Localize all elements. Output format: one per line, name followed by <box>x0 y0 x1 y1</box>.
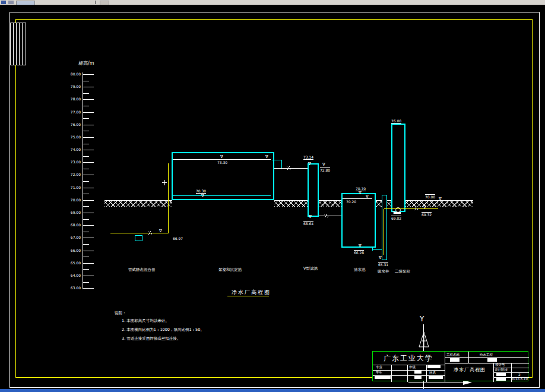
toolbar-separator <box>95 1 96 4</box>
pipe-break-icon <box>324 214 328 217</box>
window-border-bottom <box>0 389 545 392</box>
tower-top-elevation-label: 76.00 <box>391 119 401 124</box>
suction-pipe[interactable] <box>384 209 384 255</box>
v-filter-tank[interactable] <box>308 163 319 217</box>
title-block-line <box>468 352 469 363</box>
title-block-line <box>426 365 427 382</box>
redacted-value <box>496 378 506 381</box>
water-surface-line <box>173 159 271 160</box>
axis-minor-tick <box>83 169 89 169</box>
redacted-value <box>414 376 422 379</box>
pipe-fitting <box>164 180 165 185</box>
pipe-break-icon <box>414 207 418 210</box>
axis-major-tick <box>83 200 94 201</box>
axis-minor-tick <box>83 194 89 194</box>
axis-major-tick <box>83 238 94 238</box>
channel-water-line <box>274 168 308 169</box>
axis-major-tick <box>83 74 94 75</box>
water-level-icon: ∇ <box>322 163 325 167</box>
pipe-break-icon <box>287 166 291 170</box>
redacted-value <box>414 371 422 374</box>
toolbar-icon[interactable] <box>8 1 14 4</box>
axis-major-tick <box>83 188 94 188</box>
axis-tick-label: 80.00 <box>64 72 81 76</box>
level-triangle-icon: ∇ <box>379 256 382 260</box>
project-name-label: 工程名称 <box>446 353 460 357</box>
field-name-label: 姓名 <box>429 371 436 375</box>
axis-tick-label: 63.00 <box>64 286 81 290</box>
pipe-break-icon <box>148 231 152 235</box>
unit-label-mixer: 管式静态混合器 <box>128 268 156 272</box>
axis-tick-label: 65.00 <box>64 261 81 265</box>
water-level-icon: ∇ <box>265 155 268 159</box>
pump-station-tower[interactable] <box>391 124 405 212</box>
filter-bottom-elevation-label: 68.64 <box>303 221 313 226</box>
title-block-line <box>445 363 529 363</box>
axis-tick-label: 70.00 <box>64 198 81 202</box>
toolbar-icon[interactable] <box>1 1 6 4</box>
axis-major-tick <box>83 87 94 87</box>
axis-tick-label: 72.00 <box>64 173 81 176</box>
notes-heading: 说明： <box>115 311 126 315</box>
title-block-line <box>445 352 445 382</box>
discharge-pipe[interactable] <box>384 208 438 209</box>
axis-tick-label: 68.00 <box>64 223 81 227</box>
axis-minor-tick <box>83 81 89 81</box>
field-class-label: 班级 <box>409 366 416 369</box>
ground-hatch <box>104 200 172 207</box>
ground-hatch <box>274 200 308 207</box>
channel-elevation-label: 72.80 <box>320 167 330 172</box>
axis-major-tick <box>83 213 94 213</box>
axis-minor-tick <box>83 118 89 119</box>
axis-tick-label: 73.00 <box>64 160 81 164</box>
axis-minor-tick <box>83 181 89 182</box>
water-level-icon: ∇ <box>439 197 442 201</box>
title-block: 广东工业大学 工程名称 给水工程 专业 班级 学生 姓名 净水厂高程图 设计号 … <box>372 351 528 381</box>
cad-application-window: 标高/m 80.0079.0078.0077.0076.0075.0074.00… <box>0 0 545 392</box>
suction-well[interactable] <box>382 195 387 260</box>
water-elevation-label: 73.30 <box>217 160 227 165</box>
axis-minor-tick <box>83 156 89 157</box>
axis-major-tick <box>83 99 94 100</box>
date-value: 2018.6.19 <box>511 378 528 381</box>
axis-tick-label: 77.00 <box>64 110 81 114</box>
water-level-icon: ∇ <box>220 155 223 159</box>
ground-hatch <box>319 200 341 207</box>
axis-minor-tick <box>83 106 89 106</box>
axis-tick-label: 75.00 <box>64 135 81 139</box>
level-triangle-icon: ∇ <box>423 206 426 210</box>
title-block-line <box>407 365 408 382</box>
ucs-y-label: Y <box>420 315 424 323</box>
axis-minor-tick <box>83 282 89 283</box>
field-student-label: 学生 <box>376 371 382 375</box>
tank-step <box>372 249 382 250</box>
raw-water-riser-pipe[interactable] <box>168 163 169 233</box>
pipe-elevation-label: 69.32 <box>422 212 432 217</box>
static-mixer-symbol[interactable] <box>135 235 142 241</box>
design-stage-label: 设计阶段 <box>495 368 508 372</box>
redacted-value <box>427 365 441 368</box>
tank-bottom-elevation-label: 66.28 <box>354 250 364 255</box>
cad-canvas[interactable]: 标高/m 80.0079.0078.0077.0076.0075.0074.00… <box>0 5 545 389</box>
axis-major-tick <box>83 137 94 138</box>
redacted-value <box>496 373 506 376</box>
drawing-title: 净水厂高程图 <box>454 368 486 372</box>
field-major-label: 专业 <box>376 366 382 369</box>
redacted-value <box>450 358 460 362</box>
pipe-elevation-label: 66.97 <box>173 236 183 241</box>
axis-minor-tick <box>83 232 89 232</box>
water-level-icon: ∇ <box>366 195 369 199</box>
axis-major-tick <box>83 276 94 276</box>
axis-minor-tick <box>83 269 89 270</box>
university-name: 广东工业大学 <box>384 355 433 362</box>
axis-minor-tick <box>83 206 89 207</box>
axis-major-tick <box>83 150 94 150</box>
well-bottom-elevation-label: 65.31 <box>378 262 388 267</box>
level-triangle-icon: ∇ <box>359 244 362 248</box>
axis-minor-tick <box>83 93 89 94</box>
axis-tick-label: 79.00 <box>64 85 81 88</box>
tank-floor-line <box>173 195 271 196</box>
unit-label-clear-tank: 清水池 <box>354 268 366 272</box>
title-block-line <box>391 365 392 382</box>
filter-outlet-pipe[interactable] <box>319 216 341 216</box>
